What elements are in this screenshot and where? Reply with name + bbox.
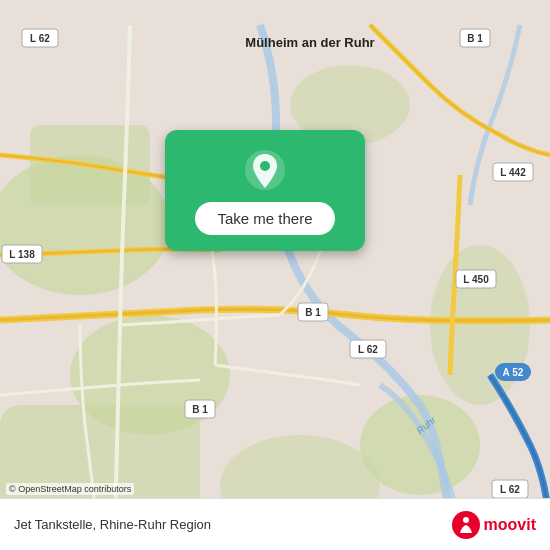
svg-text:L 62: L 62 (30, 33, 50, 44)
svg-text:B 1: B 1 (305, 307, 321, 318)
location-pin-icon (243, 148, 287, 192)
location-name: Jet Tankstelle, Rhine-Ruhr Region (14, 517, 211, 532)
svg-point-32 (260, 161, 270, 171)
osm-attribution: © OpenStreetMap contributors (6, 483, 134, 495)
moovit-brand-text: moovit (484, 516, 536, 534)
svg-text:B 1: B 1 (192, 404, 208, 415)
moovit-logo: moovit (452, 511, 536, 539)
svg-text:L 138: L 138 (9, 249, 35, 260)
take-me-there-button[interactable]: Take me there (195, 202, 334, 235)
moovit-brand-icon (452, 511, 480, 539)
svg-text:L 442: L 442 (500, 167, 526, 178)
svg-text:Mülheim an der Ruhr: Mülheim an der Ruhr (245, 35, 374, 50)
svg-text:B 1: B 1 (467, 33, 483, 44)
svg-text:A 52: A 52 (503, 367, 524, 378)
svg-text:L 450: L 450 (463, 274, 489, 285)
svg-text:L 62: L 62 (358, 344, 378, 355)
svg-point-34 (463, 517, 469, 523)
map-svg-layer: L 62 B 1 L 442 L 138 B 1 L 450 B 1 L 62 … (0, 0, 550, 550)
popup-card: Take me there (165, 130, 365, 251)
bottom-bar: Jet Tankstelle, Rhine-Ruhr Region moovit (0, 498, 550, 550)
map-container: L 62 B 1 L 442 L 138 B 1 L 450 B 1 L 62 … (0, 0, 550, 550)
svg-text:L 62: L 62 (500, 484, 520, 495)
